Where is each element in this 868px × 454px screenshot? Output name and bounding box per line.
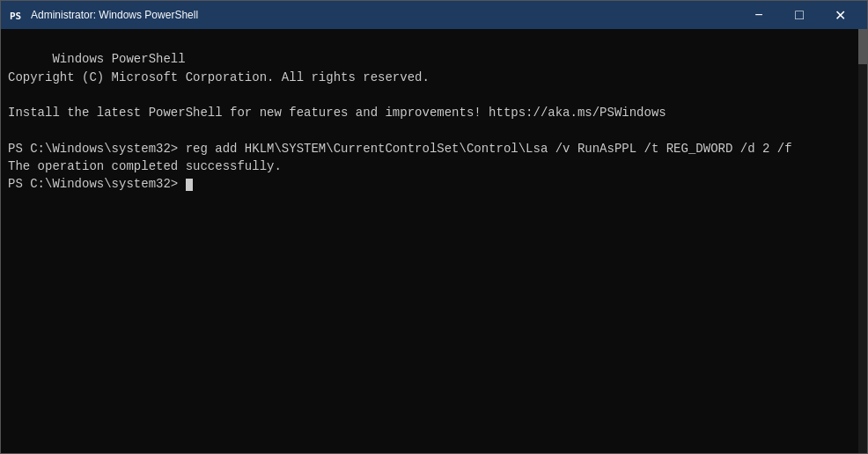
powershell-window: PS Administrator: Windows PowerShell − □…: [0, 0, 868, 454]
titlebar: PS Administrator: Windows PowerShell − □…: [1, 1, 867, 29]
console-output: Windows PowerShell Copyright (C) Microso…: [8, 33, 860, 211]
line-install: Install the latest PowerShell for new fe…: [8, 106, 666, 120]
scrollbar[interactable]: [858, 29, 867, 453]
line-header: Windows PowerShell: [52, 52, 185, 66]
minimize-button[interactable]: −: [739, 1, 779, 29]
scrollbar-thumb[interactable]: [858, 29, 867, 64]
window-controls: − □ ✕: [739, 1, 860, 29]
line-command: PS C:\Windows\system32> reg add HKLM\SYS…: [8, 142, 792, 156]
line-copyright: Copyright (C) Microsoft Corporation. All…: [8, 70, 430, 84]
cursor: [186, 179, 193, 191]
app-icon: PS: [8, 7, 24, 23]
window-title: Administrator: Windows PowerShell: [31, 9, 739, 21]
line-result: The operation completed successfully.: [8, 159, 282, 173]
console-area[interactable]: Windows PowerShell Copyright (C) Microso…: [1, 29, 867, 453]
line-prompt: PS C:\Windows\system32>: [8, 177, 186, 191]
svg-text:PS: PS: [10, 11, 21, 22]
close-button[interactable]: ✕: [820, 1, 860, 29]
maximize-button[interactable]: □: [779, 1, 820, 29]
